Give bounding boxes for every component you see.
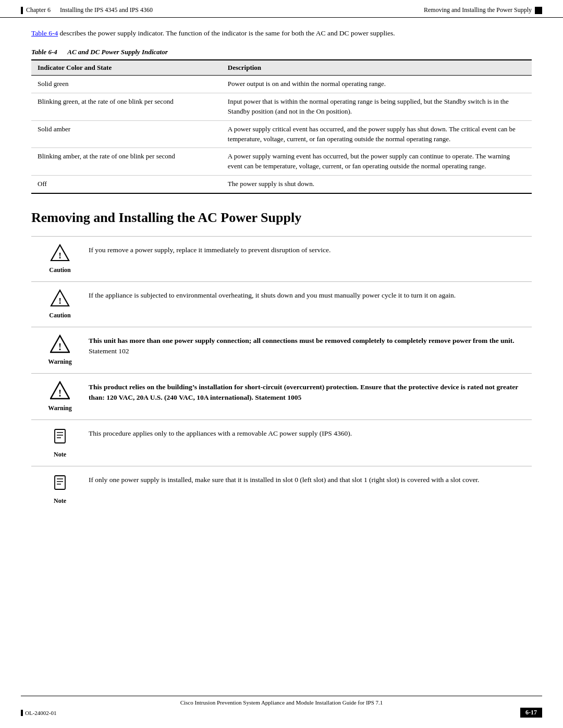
svg-text:!: ! — [58, 342, 62, 352]
table-cell-indicator: Off — [31, 176, 222, 193]
table-cell-indicator: Blinking green, at the rate of one blink… — [31, 93, 222, 121]
header-chapter: Chapter 6 — [26, 6, 51, 14]
footer-left: OL-24002-01 — [21, 710, 57, 716]
notice-left-4: Note — [31, 427, 89, 459]
col-header-indicator: Indicator Color and State — [31, 60, 222, 76]
table-cell-description: A power supply critical event has occurr… — [222, 120, 532, 148]
notice-block-3: ! Warning This product relies on the bui… — [31, 373, 532, 419]
caution-icon-0: ! — [50, 244, 70, 264]
notice-label-5: Note — [54, 497, 66, 505]
notice-label-3: Warning — [48, 404, 71, 412]
footer-bottom: OL-24002-01 6-17 — [21, 708, 542, 718]
footer-left-bar — [21, 710, 23, 716]
notice-left-5: Note — [31, 474, 89, 505]
notice-block-5: Note If only one power supply is install… — [31, 466, 532, 512]
col-header-description: Description — [222, 60, 532, 76]
notice-block-0: ! Caution If you remove a power supply, … — [31, 236, 532, 281]
notice-label-4: Note — [54, 451, 66, 459]
notice-label-1: Caution — [49, 312, 70, 319]
notice-body-4: This procedure applies only to the appli… — [89, 427, 532, 439]
table-cell-indicator: Solid green — [31, 76, 222, 93]
notice-label-2: Warning — [48, 358, 71, 366]
notice-body-0: If you remove a power supply, replace it… — [89, 244, 532, 255]
svg-text:!: ! — [58, 388, 62, 399]
table-caption-text: AC and DC Power Supply Indicator — [67, 48, 168, 56]
notice-block-4: Note This procedure applies only to the … — [31, 419, 532, 466]
indicator-table: Indicator Color and State Description So… — [31, 59, 532, 194]
svg-text:!: ! — [58, 251, 62, 261]
notice-body-1: If the appliance is subjected to environ… — [89, 289, 532, 301]
table-cell-indicator: Blinking amber, at the rate of one blink… — [31, 148, 222, 176]
footer-center: Cisco Intrusion Prevention System Applia… — [21, 696, 542, 706]
section-heading: Removing and Installing the AC Power Sup… — [31, 209, 532, 226]
table-row: Solid amber A power supply critical even… — [31, 120, 532, 148]
footer-page-number: 6-17 — [520, 708, 542, 718]
notice-left-2: ! Warning — [31, 335, 89, 366]
table-cell-description: Input power that is within the normal op… — [222, 93, 532, 121]
table-header-row: Indicator Color and State Description — [31, 60, 532, 76]
note-icon-5 — [51, 474, 69, 495]
table-cell-indicator: Solid amber — [31, 120, 222, 148]
header-right-title: Removing and Installing the Power Supply — [424, 6, 532, 14]
svg-text:!: ! — [58, 296, 62, 306]
note-icon-4 — [51, 427, 69, 449]
table-cell-description: A power supply warning event has occurre… — [222, 148, 532, 176]
warning-icon-2: ! — [50, 335, 70, 356]
header-chapter-title: Installing the IPS 4345 and IPS 4360 — [60, 6, 153, 14]
table-row: Blinking amber, at the rate of one blink… — [31, 148, 532, 176]
notice-left-1: ! Caution — [31, 289, 89, 319]
intro-text: describes the power supply indicator. Th… — [58, 29, 395, 37]
notice-block-2: ! Warning This unit has more than one po… — [31, 327, 532, 373]
page-header: Chapter 6 Installing the IPS 4345 and IP… — [0, 0, 563, 18]
table-row: Blinking green, at the rate of one blink… — [31, 93, 532, 121]
table-row: Solid green Power output is on and withi… — [31, 76, 532, 93]
notice-body-3: This product relies on the building’s in… — [89, 381, 532, 403]
header-right-bar — [535, 7, 542, 14]
table-cell-description: Power output is on and within the normal… — [222, 76, 532, 93]
header-right: Removing and Installing the Power Supply — [424, 6, 542, 14]
intro-paragraph: Table 6-4 describes the power supply ind… — [31, 28, 532, 39]
notices-container: ! Caution If you remove a power supply, … — [31, 236, 532, 512]
main-content: Table 6-4 describes the power supply ind… — [0, 18, 563, 544]
table-link[interactable]: Table 6-4 — [31, 29, 58, 37]
header-left: Chapter 6 Installing the IPS 4345 and IP… — [21, 6, 153, 14]
page-footer: Cisco Intrusion Prevention System Applia… — [0, 696, 563, 718]
caution-icon-1: ! — [50, 289, 70, 310]
table-caption-italic: Table 6-4 — [31, 48, 57, 56]
notice-body-2: This unit has more than one power supply… — [89, 335, 532, 357]
warning-icon-3: ! — [50, 381, 70, 402]
notice-left-3: ! Warning — [31, 381, 89, 412]
table-row: Off The power supply is shut down. — [31, 176, 532, 193]
footer-doc-number: OL-24002-01 — [25, 710, 57, 716]
notice-body-5: If only one power supply is installed, m… — [89, 474, 532, 485]
notice-block-1: ! Caution If the appliance is subjected … — [31, 281, 532, 327]
header-left-bar — [21, 7, 23, 14]
notice-label-0: Caution — [49, 266, 70, 274]
table-cell-description: The power supply is shut down. — [222, 176, 532, 193]
table-caption: Table 6-4 AC and DC Power Supply Indicat… — [31, 48, 532, 56]
notice-left-0: ! Caution — [31, 244, 89, 274]
